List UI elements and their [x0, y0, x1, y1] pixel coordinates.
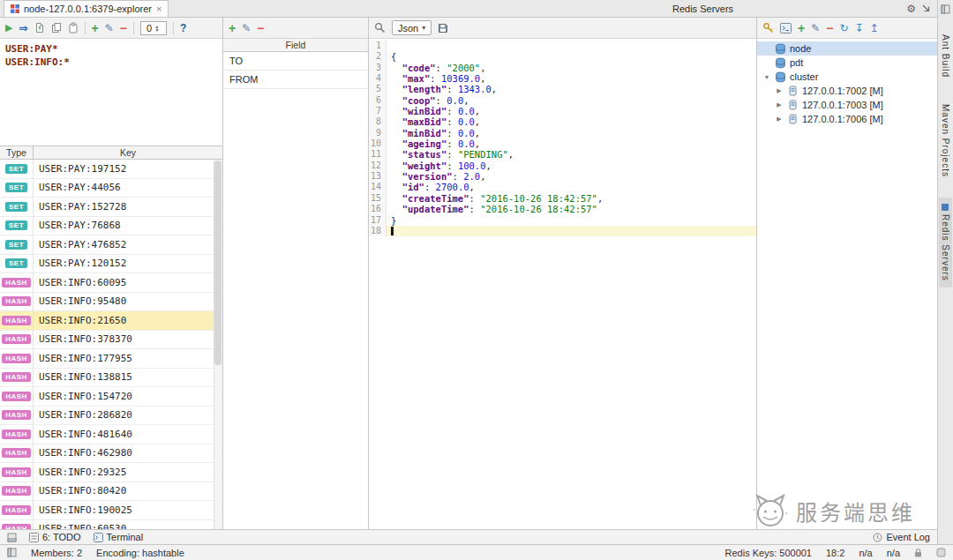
tree-expand-icon[interactable]: ▶: [775, 101, 784, 108]
add-key-icon[interactable]: +: [92, 22, 99, 34]
key-row[interactable]: HASHUSER:INFO:177955: [0, 349, 222, 369]
key-row[interactable]: SETUSER:PAY:44056: [0, 179, 222, 198]
indicator-icon[interactable]: [936, 548, 946, 557]
add-server-icon[interactable]: +: [798, 22, 805, 34]
run-query-icon[interactable]: ▶: [5, 23, 12, 33]
editor-line[interactable]: 12 "weight": 100.0,: [369, 161, 756, 171]
editor-line[interactable]: 6 "coop": 0.0,: [369, 95, 756, 106]
key-icon[interactable]: [762, 22, 774, 34]
query-area[interactable]: USER:PAY*USER:INFO:*: [0, 39, 222, 146]
tree-node[interactable]: ▶127.0.0.1:7002 [M]: [757, 84, 937, 98]
editor-line[interactable]: 2{: [369, 51, 756, 62]
key-row[interactable]: HASHUSER:INFO:462980: [0, 444, 222, 464]
key-column-header[interactable]: Key: [34, 147, 222, 158]
close-icon[interactable]: ×: [156, 4, 161, 14]
hide-panel-icon[interactable]: [921, 4, 931, 13]
expand-all-icon[interactable]: ↧: [855, 23, 864, 34]
editor-line[interactable]: 3 "code": "2000",: [369, 63, 756, 73]
copy-icon[interactable]: [51, 22, 62, 34]
event-log-button[interactable]: Event Log: [873, 532, 930, 542]
field-column-header[interactable]: Field: [223, 39, 368, 52]
tree-collapse-icon[interactable]: ▼: [762, 74, 771, 80]
query-line[interactable]: USER:INFO:*: [5, 56, 217, 69]
key-row[interactable]: HASHUSER:INFO:190025: [0, 501, 222, 520]
editor-line[interactable]: 13 "version": 2.0,: [369, 171, 756, 182]
key-row[interactable]: HASHUSER:INFO:286820: [0, 407, 222, 426]
db-index-spinner[interactable]: 0 ▴▾: [140, 21, 167, 35]
lock-icon[interactable]: [914, 548, 922, 557]
key-row[interactable]: SETUSER:PAY:197152: [0, 160, 222, 179]
help-icon[interactable]: ?: [180, 23, 186, 34]
editor-line[interactable]: 9 "minBid": 0.0,: [369, 128, 756, 138]
key-row[interactable]: HASHUSER:INFO:60530: [0, 520, 222, 530]
editor-line[interactable]: 10 "ageing": 0.0,: [369, 138, 756, 149]
editor-lines[interactable]: 12{3 "code": "2000",4 "max": 10369.0,5 "…: [369, 39, 756, 528]
key-row[interactable]: HASHUSER:INFO:60095: [0, 273, 222, 293]
explorer-tab[interactable]: node-127.0.0.1:6379-explorer ×: [4, 0, 169, 17]
tree-expand-icon[interactable]: ▶: [775, 116, 784, 123]
key-row[interactable]: SETUSER:PAY:76868: [0, 217, 222, 236]
field-row[interactable]: FROM: [223, 71, 368, 89]
status-toggle-icon[interactable]: [7, 548, 17, 557]
toolwindow-icon[interactable]: [7, 533, 17, 542]
key-row[interactable]: HASHUSER:INFO:29325: [0, 463, 222, 482]
spinner-arrows-icon[interactable]: ▴▾: [155, 25, 158, 32]
editor-line[interactable]: 16 "updateTime": "2016-10-26 18:42:57": [369, 204, 756, 214]
key-row[interactable]: HASHUSER:INFO:481640: [0, 425, 222, 444]
delete-key-icon[interactable]: −: [120, 22, 127, 34]
editor-line[interactable]: 5 "length": 1343.0,: [369, 84, 756, 94]
scrollbar-thumb[interactable]: [214, 161, 221, 365]
tree-node[interactable]: node: [757, 41, 937, 56]
console-icon[interactable]: [780, 23, 792, 34]
key-row[interactable]: HASHUSER:INFO:138815: [0, 369, 222, 388]
tool-strip-maven-projects[interactable]: Maven Projects: [939, 98, 952, 183]
tree-node[interactable]: ▶127.0.0.1:7003 [M]: [757, 98, 937, 112]
save-icon[interactable]: [438, 23, 448, 34]
export-icon[interactable]: [34, 22, 45, 34]
editor-line[interactable]: 1: [369, 41, 756, 51]
key-row[interactable]: HASHUSER:INFO:95480: [0, 293, 222, 312]
edit-server-icon[interactable]: ✎: [811, 23, 820, 34]
field-row[interactable]: TO: [223, 52, 368, 71]
editor-line[interactable]: 8 "maxBid": 0.0,: [369, 116, 756, 127]
tool-strip-ant-build[interactable]: Ant Build: [939, 28, 952, 84]
editor-line[interactable]: 15 "createTime": "2016-10-26 18:42:57",: [369, 193, 756, 204]
key-table-scrollbar[interactable]: [214, 160, 222, 529]
add-field-icon[interactable]: +: [229, 22, 236, 34]
key-row[interactable]: HASHUSER:INFO:21650: [0, 311, 222, 331]
key-cell: USER:INFO:80420: [34, 485, 126, 497]
edit-field-icon[interactable]: ✎: [242, 23, 251, 34]
editor-line[interactable]: 17}: [369, 215, 756, 226]
refresh-icon[interactable]: ↻: [839, 23, 848, 34]
key-row[interactable]: SETUSER:PAY:152728: [0, 198, 222, 217]
delete-field-icon[interactable]: −: [257, 22, 264, 34]
rerun-icon[interactable]: ⇒: [19, 23, 27, 34]
search-icon[interactable]: [374, 22, 386, 34]
editor-line[interactable]: 4 "max": 10369.0,: [369, 73, 756, 84]
tree-node[interactable]: pdt: [757, 56, 937, 70]
editor-line[interactable]: 14 "id": 2700.0,: [369, 182, 756, 192]
key-row[interactable]: SETUSER:PAY:476852: [0, 235, 222, 255]
tab-terminal[interactable]: Terminal: [94, 532, 144, 542]
editor-line[interactable]: 18: [369, 226, 756, 236]
type-column-header[interactable]: Type: [0, 146, 34, 159]
key-row[interactable]: HASHUSER:INFO:378370: [0, 331, 222, 350]
tree-node[interactable]: ▼cluster: [757, 70, 937, 84]
gear-icon[interactable]: ⚙: [906, 4, 916, 14]
format-dropdown[interactable]: Json ▾: [392, 20, 431, 35]
editor-line[interactable]: 11 "status": "PENDING",: [369, 149, 756, 160]
query-line[interactable]: USER:PAY*: [5, 42, 217, 56]
key-row[interactable]: SETUSER:PAY:120152: [0, 255, 222, 274]
paste-icon[interactable]: [68, 22, 79, 34]
collapse-all-icon[interactable]: ↥: [870, 23, 879, 34]
tree-node[interactable]: ▶127.0.0.1:7006 [M]: [757, 112, 937, 126]
editor-line[interactable]: 7 "winBid": 0.0,: [369, 106, 756, 116]
key-row[interactable]: HASHUSER:INFO:80420: [0, 482, 222, 502]
edit-key-icon[interactable]: ✎: [105, 23, 114, 34]
key-row[interactable]: HASHUSER:INFO:154720: [0, 387, 222, 407]
tree-expand-icon[interactable]: ▶: [775, 87, 784, 94]
remove-server-icon[interactable]: −: [826, 22, 833, 34]
tool-strip-redis-servers[interactable]: Redis Servers: [939, 198, 952, 287]
tab-todo[interactable]: 6: TODO: [29, 532, 81, 542]
toolwindow-switcher-icon[interactable]: [941, 4, 950, 14]
